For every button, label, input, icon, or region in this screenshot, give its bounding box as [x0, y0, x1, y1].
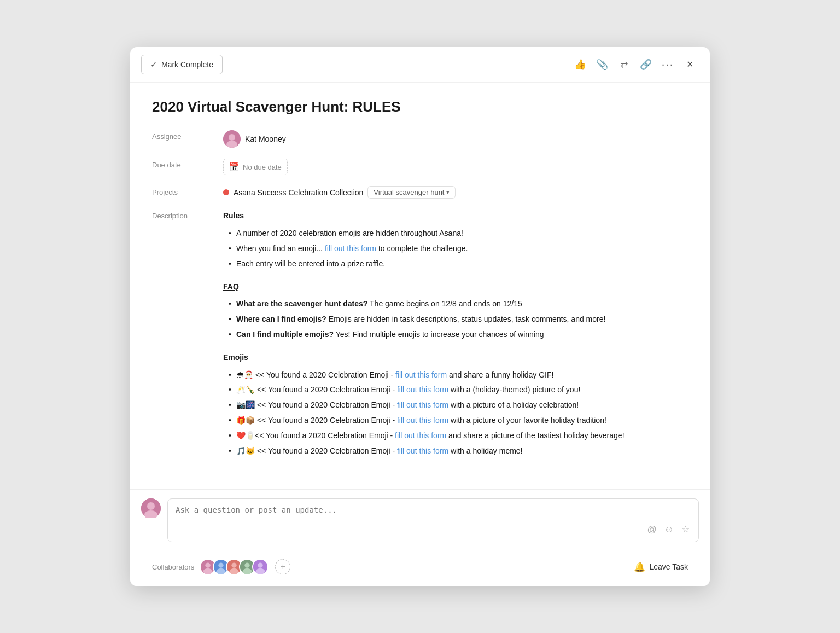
assignee-name: Kat Mooney — [245, 135, 286, 143]
check-icon: ✓ — [150, 60, 158, 69]
emojis-heading: Emojis — [223, 351, 625, 364]
commenter-avatar-img — [141, 498, 161, 518]
list-item: 🌨🎅 << You found a 2020 Celebration Emoji… — [229, 369, 625, 382]
list-item: 🎵🐱 << You found a 2020 Celebration Emoji… — [229, 445, 625, 458]
close-icon: ✕ — [686, 59, 693, 69]
collaborator-avatar-5 — [252, 559, 269, 575]
collaborator-avatars — [200, 559, 265, 575]
at-icon: @ — [647, 524, 656, 535]
svg-point-10 — [219, 563, 224, 568]
comment-area: @ ☺ ☆ — [130, 489, 710, 551]
description-label: Description — [152, 210, 223, 220]
projects-value: Asana Success Celebration Collection Vir… — [223, 186, 456, 199]
mark-complete-button[interactable]: ✓ Mark Complete — [141, 55, 223, 74]
list-item: 🎁📦 << You found a 2020 Celebration Emoji… — [229, 414, 625, 427]
thumbs-up-button[interactable]: 👍 — [571, 55, 590, 74]
list-item: 📷🎆 << You found a 2020 Celebration Emoji… — [229, 399, 625, 412]
rules-list: A number of 2020 celebration emojis are … — [223, 227, 625, 270]
assignee-avatar-img — [223, 130, 241, 148]
share-button[interactable]: ⇄ — [615, 55, 633, 74]
modal-header: ✓ Mark Complete 👍 📎 ⇄ 🔗 ··· ✕ — [130, 47, 710, 83]
more-button[interactable]: ··· — [658, 55, 677, 74]
assignee-row: Assignee Kat Mooney — [152, 130, 688, 148]
task-title: 2020 Virtual Scavenger Hunt: RULES — [152, 98, 688, 117]
project-name[interactable]: Asana Success Celebration Collection — [234, 188, 363, 197]
faq-heading: FAQ — [223, 281, 625, 294]
due-date-row: Due date 📅 No due date — [152, 159, 688, 175]
comment-icons: @ ☺ ☆ — [646, 522, 691, 536]
emoji-link-5[interactable]: fill out this form — [395, 431, 446, 440]
emoji-link-2[interactable]: fill out this form — [397, 385, 448, 394]
header-actions: 👍 📎 ⇄ 🔗 ··· ✕ — [571, 55, 699, 74]
form-link-1[interactable]: fill out this form — [325, 244, 376, 253]
svg-point-13 — [232, 563, 237, 568]
project-section-badge[interactable]: Virtual scavenger hunt ▾ — [368, 186, 456, 199]
svg-point-20 — [256, 568, 265, 574]
emoji-link-6[interactable]: fill out this form — [397, 446, 448, 455]
svg-point-1 — [229, 134, 235, 141]
svg-point-11 — [217, 568, 226, 574]
bold-text: Can I find multiple emojis? — [236, 330, 334, 339]
avatar — [223, 130, 241, 148]
attach-button[interactable]: 📎 — [593, 55, 611, 74]
bold-text: What are the scavenger hunt dates? — [236, 299, 368, 308]
projects-label: Projects — [152, 186, 223, 196]
comment-input-wrapper: @ ☺ ☆ — [167, 498, 699, 542]
faq-list: What are the scavenger hunt dates? The g… — [223, 298, 625, 341]
project-dot-icon — [223, 189, 229, 195]
collaborators-label: Collaborators — [152, 563, 194, 571]
rules-heading: Rules — [223, 210, 625, 223]
collaborators-section: Collaborators + — [152, 559, 290, 575]
leave-task-button[interactable]: 🔔 Leave Task — [634, 561, 688, 573]
list-item: ❤️🥛<< You found a 2020 Celebration Emoji… — [229, 429, 625, 443]
modal-body: 2020 Virtual Scavenger Hunt: RULES Assig… — [130, 83, 710, 490]
svg-point-7 — [206, 563, 211, 568]
calendar-icon: 📅 — [229, 162, 240, 172]
star-icon: ☆ — [681, 524, 690, 535]
projects-row: Projects Asana Success Celebration Colle… — [152, 186, 688, 199]
emoji-link-3[interactable]: fill out this form — [397, 400, 448, 409]
project-section-name: Virtual scavenger hunt — [374, 188, 444, 196]
thumbs-up-icon: 👍 — [574, 59, 586, 71]
list-item: Each entry will be entered into a prize … — [229, 258, 625, 271]
chevron-down-icon: ▾ — [446, 189, 450, 196]
list-item: When you find an emoji... fill out this … — [229, 242, 625, 255]
due-date-text: No due date — [243, 163, 282, 171]
list-item: Where can I find emojis? Emojis are hidd… — [229, 313, 625, 326]
leave-task-label: Leave Task — [649, 562, 688, 571]
svg-point-19 — [258, 563, 263, 568]
emoji-link-4[interactable]: fill out this form — [397, 416, 448, 425]
assignee-value[interactable]: Kat Mooney — [223, 130, 286, 148]
modal-footer: Collaborators + 🔔 — [130, 551, 710, 586]
due-date-label: Due date — [152, 159, 223, 169]
star-button[interactable]: ☆ — [680, 522, 691, 536]
list-item: Can I find multiple emojis? Yes! Find mu… — [229, 328, 625, 341]
emoji-button[interactable]: ☺ — [663, 523, 675, 536]
paperclip-icon: 📎 — [596, 59, 608, 71]
bell-icon: 🔔 — [634, 561, 645, 573]
svg-point-4 — [147, 502, 155, 510]
share-icon: ⇄ — [621, 59, 628, 69]
svg-point-14 — [230, 568, 239, 574]
list-item: What are the scavenger hunt dates? The g… — [229, 298, 625, 311]
comment-input[interactable] — [176, 506, 691, 527]
add-collaborator-button[interactable]: + — [275, 559, 290, 574]
list-item: 🥂🍾 << You found a 2020 Celebration Emoji… — [229, 384, 625, 397]
more-icon: ··· — [662, 58, 674, 71]
at-mention-button[interactable]: @ — [646, 523, 657, 536]
task-modal: ✓ Mark Complete 👍 📎 ⇄ 🔗 ··· ✕ — [130, 47, 710, 586]
svg-point-17 — [243, 568, 252, 574]
emoji-link-1[interactable]: fill out this form — [395, 370, 447, 379]
emojis-list: 🌨🎅 << You found a 2020 Celebration Emoji… — [223, 369, 625, 458]
svg-point-16 — [245, 563, 250, 568]
link-button[interactable]: 🔗 — [637, 55, 655, 74]
description-content: Rules A number of 2020 celebration emoji… — [223, 210, 625, 467]
mark-complete-label: Mark Complete — [161, 60, 213, 69]
link-icon: 🔗 — [640, 59, 652, 71]
close-button[interactable]: ✕ — [680, 55, 699, 74]
due-date-button[interactable]: 📅 No due date — [223, 159, 288, 175]
svg-point-8 — [203, 568, 213, 574]
list-item: A number of 2020 celebration emojis are … — [229, 227, 625, 240]
commenter-avatar — [141, 498, 161, 518]
due-date-value: 📅 No due date — [223, 159, 288, 175]
